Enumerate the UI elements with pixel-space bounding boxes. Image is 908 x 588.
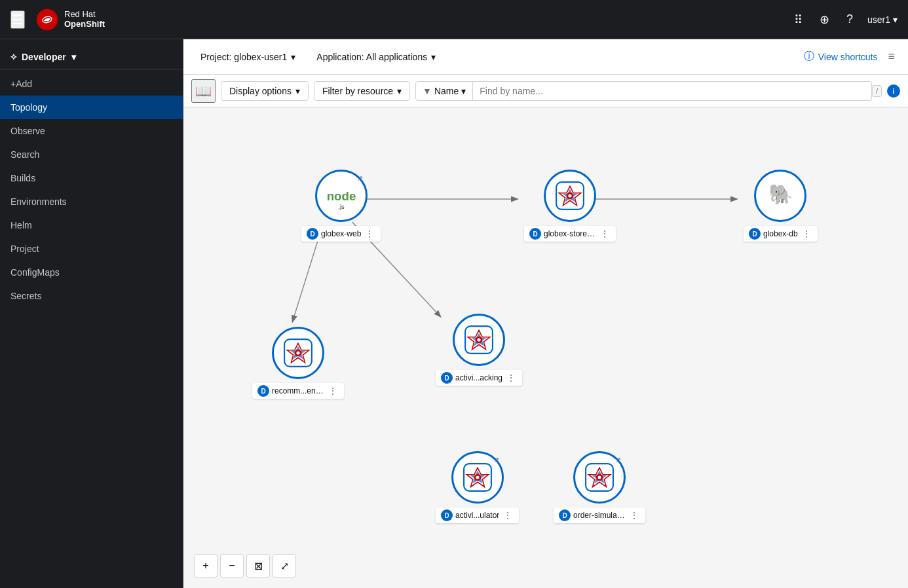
node-order-simulator[interactable]: ↗ D order-simulator ⋮ [554,451,645,523]
postgres-icon: 🐘 [763,179,797,213]
node-kebab-menu-activi-acking[interactable]: ⋮ [505,373,517,383]
perspective-caret-icon: ▾ [71,52,76,62]
sidebar-item-add-label: +Add [10,79,32,89]
info-label: i [892,87,894,95]
svg-point-17 [296,351,299,354]
full-screen-button[interactable]: ⤢ [273,554,296,578]
brand-text: Red Hat OpenShift [64,10,105,29]
arrow-globex-web-to-recomm-engine [293,229,322,322]
node-name-order-simulator: order-simulator [573,511,626,520]
node-globex-web[interactable]: ↗ node .js D globex-web ⋮ [301,170,381,242]
nodejs-icon: node .js [324,179,358,213]
openshift-service-icon [463,462,493,492]
node-label-order-simulator: D order-simulator ⋮ [554,507,645,523]
sidebar-item-configmaps-label: ConfigMaps [10,267,60,278]
toolbar-row1: Project: globex-user1 ▾ Application: All… [183,39,908,75]
deployment-badge-activi-ulator: D [441,509,453,521]
apps-grid-button[interactable]: ⠿ [791,10,805,29]
node-label-activi-ulator: D activi...ulator ⋮ [436,507,519,523]
node-circle-activi-ulator[interactable]: ↗ [451,451,504,504]
sidebar-item-helm[interactable]: Helm [0,213,183,237]
sidebar-item-secrets[interactable]: Secrets [0,284,183,308]
node-label-recomm-engine: D recomm...engine ⋮ [252,383,344,399]
perspective-icon: ⟡ [10,51,16,62]
node-kebab-menu-recomm-engine[interactable]: ⋮ [327,386,339,396]
openshift-service-icon [464,325,494,355]
sidebar-item-search[interactable]: Search [0,143,183,166]
filter-funnel-icon: ▼ [423,86,432,96]
user-menu[interactable]: user1 ▾ [867,14,898,25]
sidebar-item-environments[interactable]: Environments [0,190,183,213]
search-input[interactable] [473,81,872,101]
node-circle-globex-store-app[interactable] [544,170,596,222]
hamburger-menu[interactable]: ☰ [10,10,25,29]
sidebar-item-helm-label: Helm [10,220,32,230]
application-selector[interactable]: Application: All applications ▾ [310,48,442,66]
zoom-out-button[interactable]: − [220,554,244,578]
node-name-globex-store-app: globex-store-app [544,229,596,238]
perspective-switcher[interactable]: ⟡ Developer ▾ [0,45,183,69]
user-caret-icon: ▾ [893,14,898,25]
sidebar-item-configmaps[interactable]: ConfigMaps [0,261,183,284]
deployment-badge-globex-web: D [307,228,318,240]
application-caret-icon: ▾ [431,52,436,62]
node-circle-activi-acking[interactable] [453,314,505,366]
node-circle-order-simulator[interactable]: ↗ [573,451,626,504]
list-view-icon: ≡ [888,50,895,63]
topology-canvas[interactable]: ↗ node .js D globex-web ⋮ D globex-store… [183,107,908,588]
sidebar-item-builds[interactable]: Builds [0,166,183,190]
filter-by-resource-button[interactable]: Filter by resource ▾ [314,81,410,101]
node-label-activi-acking: D activi...acking ⋮ [436,370,522,386]
deployment-badge-globex-store-app: D [529,228,541,240]
node-kebab-menu-order-simulator[interactable]: ⋮ [628,510,640,521]
node-globex-db[interactable]: 🐘 D globex-db ⋮ [744,170,818,242]
book-icon: 📖 [195,84,212,98]
zoom-in-button[interactable]: + [194,554,218,578]
node-circle-recomm-engine[interactable] [272,327,324,379]
node-activi-acking[interactable]: D activi...acking ⋮ [436,314,522,386]
sidebar-item-observe[interactable]: Observe [0,119,183,143]
sidebar-item-secrets-label: Secrets [10,291,41,301]
sidebar-item-project[interactable]: Project [0,237,183,261]
node-kebab-menu-globex-store-app[interactable]: ⋮ [599,229,611,239]
node-circle-globex-db[interactable]: 🐘 [754,170,806,222]
sidebar-item-search-label: Search [10,149,39,160]
display-options-button[interactable]: Display options ▾ [221,81,309,101]
node-recomm-engine[interactable]: D recomm...engine ⋮ [252,327,344,399]
full-screen-icon: ⤢ [280,560,289,572]
filter-by-resource-caret-icon: ▾ [397,86,402,96]
zoom-in-icon: + [202,560,208,572]
node-kebab-menu-globex-db[interactable]: ⋮ [801,229,812,239]
node-circle-globex-web[interactable]: ↗ node .js [315,170,368,222]
node-name-globex-db: globex-db [763,229,798,238]
external-link-icon[interactable]: ↗ [493,456,499,464]
project-selector[interactable]: Project: globex-user1 ▾ [194,48,302,66]
sidebar-item-topology[interactable]: Topology [0,96,183,119]
view-shortcuts-link[interactable]: ⓘ View shortcuts [804,50,878,64]
sidebar-item-add[interactable]: +Add [0,72,183,96]
add-button[interactable]: ⊕ [817,10,832,29]
external-link-icon[interactable]: ↗ [615,456,621,464]
display-options-label: Display options [229,86,292,96]
top-navigation: ☰ Red Hat OpenShift ⠿ ⊕ ? user1 ▾ [0,0,908,39]
question-circle-icon: ⓘ [804,50,814,64]
node-globex-store-app[interactable]: D globex-store-app ⋮ [524,170,616,242]
info-icon[interactable]: i [887,84,900,98]
list-view-button[interactable]: ≡ [885,47,898,66]
redhat-icon [35,8,59,31]
deployment-badge-order-simulator: D [559,509,571,521]
node-kebab-menu-globex-web[interactable]: ⋮ [364,229,375,239]
content-area: Project: globex-user1 ▾ Application: All… [183,39,908,588]
name-filter-dropdown[interactable]: ▼ Name ▾ [415,81,473,101]
svg-point-10 [568,194,571,197]
node-kebab-menu-activi-ulator[interactable]: ⋮ [502,510,514,521]
book-icon-button[interactable]: 📖 [191,79,216,103]
help-button[interactable]: ? [844,10,856,29]
name-filter-label: Name [434,86,459,96]
fit-to-screen-button[interactable]: ⊠ [246,554,270,578]
application-label: Application: All applications [316,52,427,62]
node-label-globex-store-app: D globex-store-app ⋮ [524,226,616,242]
plus-icon: ⊕ [820,13,829,26]
node-activi-ulator[interactable]: ↗ D activi...ulator ⋮ [436,451,519,523]
external-link-icon[interactable]: ↗ [357,174,363,183]
